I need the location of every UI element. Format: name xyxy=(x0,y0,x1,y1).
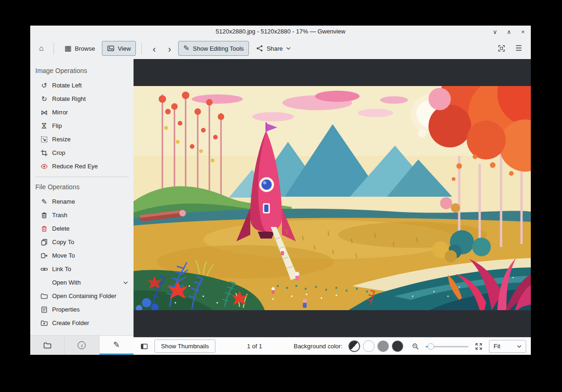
sidebar-item-rotate-right[interactable]: ↻ Rotate Right xyxy=(30,92,134,106)
zoom-fit-button[interactable] xyxy=(473,340,485,352)
sidebar-item-label: Mirror xyxy=(52,109,68,116)
bg-color-auto-swatch[interactable] xyxy=(348,340,360,352)
delete-icon xyxy=(40,225,48,233)
sidebar-item-label: Properties xyxy=(52,306,80,313)
zoom-slider-handle[interactable] xyxy=(428,343,434,350)
zoom-mode-select[interactable]: Fit xyxy=(489,340,526,353)
fit-image-button[interactable] xyxy=(494,41,509,56)
bg-color-gray-swatch[interactable] xyxy=(377,340,389,352)
sidebar-item-label: Delete xyxy=(52,225,70,232)
hamburger-icon: ☰ xyxy=(515,45,522,52)
chevron-down-icon xyxy=(286,47,291,50)
sidebar-item-label: Trash xyxy=(52,212,67,219)
maximize-button[interactable]: ∧ xyxy=(506,28,512,35)
sidebar-item-label: Rotate Right xyxy=(52,95,86,102)
browse-button[interactable]: ▦ Browse xyxy=(60,41,100,56)
forward-button[interactable]: › xyxy=(163,41,176,56)
show-editing-tools-label: Show Editing Tools xyxy=(193,45,244,52)
zoom-slider[interactable] xyxy=(426,342,468,351)
sidebar-item-open-with[interactable]: Open With xyxy=(30,276,134,289)
sidebar-item-label: Copy To xyxy=(52,239,74,246)
gwenview-window: 5120x2880.jpg - 5120x2880 - 17% — Gwenvi… xyxy=(30,26,531,355)
bg-color-light-swatch[interactable] xyxy=(363,340,375,352)
chevron-down-icon xyxy=(517,345,522,348)
info-icon: i xyxy=(78,341,86,349)
browse-label: Browse xyxy=(75,45,95,52)
sidebar-item-properties[interactable]: Properties xyxy=(30,303,134,316)
zoom-fit-icon xyxy=(475,343,482,350)
red-eye-icon xyxy=(40,163,48,170)
rename-icon: ✎ xyxy=(40,198,48,205)
sidebar-item-crop[interactable]: Crop xyxy=(30,146,134,159)
sidebar-tab-bar: i ✎ xyxy=(30,335,134,355)
tab-operations[interactable]: ✎ xyxy=(100,336,134,355)
share-icon xyxy=(256,45,263,52)
image-content-illustration xyxy=(134,86,531,310)
sidebar-item-label: Rotate Left xyxy=(52,82,82,89)
sidebar-item-delete[interactable]: Delete xyxy=(30,222,134,235)
main-toolbar: ⌂ ▦ Browse View ‹ › ✎ Show Editing Tools… xyxy=(30,38,531,59)
file-operations-header: File Operations xyxy=(30,179,134,195)
sidebar-item-label: Resize xyxy=(52,136,71,143)
sidebar-item-resize[interactable]: Resize xyxy=(30,133,134,146)
sidebar-item-trash[interactable]: Trash xyxy=(30,208,134,222)
share-label: Share xyxy=(267,45,283,52)
bg-color-dark-swatch[interactable] xyxy=(392,340,403,352)
sidebar-item-label: Crop xyxy=(52,149,65,156)
sidebar-item-label: Rename xyxy=(52,198,75,205)
move-icon xyxy=(40,252,48,259)
sidebar-item-label: Flip xyxy=(52,122,62,129)
window-content: Image Operations ↺ Rotate Left ↻ Rotate … xyxy=(30,59,531,355)
sidebar-item-label: Open Containing Folder xyxy=(52,292,116,299)
image-position-indicator: 1 of 1 xyxy=(247,343,262,350)
copy-icon xyxy=(40,239,48,246)
share-button[interactable]: Share xyxy=(251,41,296,56)
view-button[interactable]: View xyxy=(102,41,136,56)
close-button[interactable]: × xyxy=(520,28,526,35)
sidebar-item-rotate-left[interactable]: ↺ Rotate Left xyxy=(30,79,134,92)
sidebar-item-copy-to[interactable]: Copy To xyxy=(30,235,134,249)
edit-tab-icon: ✎ xyxy=(113,341,120,349)
fit-frame-icon xyxy=(498,45,505,52)
sidebar-item-rename[interactable]: ✎ Rename xyxy=(30,195,134,208)
back-button[interactable]: ‹ xyxy=(147,41,161,56)
home-button[interactable]: ⌂ xyxy=(35,41,48,56)
tab-folders[interactable] xyxy=(30,336,65,355)
tab-information[interactable]: i xyxy=(65,336,99,355)
toolbar-separator xyxy=(54,43,54,54)
zoom-out-button[interactable] xyxy=(409,340,422,352)
resize-icon xyxy=(40,136,48,143)
background-color-label: Background color: xyxy=(294,343,342,350)
rotate-left-icon: ↺ xyxy=(40,82,48,89)
crop-icon xyxy=(40,149,48,157)
sidebar-toggle-icon xyxy=(140,343,148,350)
image-canvas[interactable] xyxy=(134,59,531,337)
link-icon xyxy=(40,266,48,273)
sidebar-item-create-folder[interactable]: Create Folder xyxy=(30,316,134,330)
statusbar: Show Thumbnails 1 of 1 Background color: xyxy=(134,337,531,355)
sidebar-item-link-to[interactable]: Link To xyxy=(30,262,134,276)
sidebar-item-label: Create Folder xyxy=(52,319,89,326)
zoom-out-icon xyxy=(412,343,419,350)
sidebar-item-label: Link To xyxy=(52,266,71,272)
sidebar-item-open-containing-folder[interactable]: Open Containing Folder xyxy=(30,289,134,303)
sidebar-item-move-to[interactable]: Move To xyxy=(30,249,134,262)
titlebar[interactable]: 5120x2880.jpg - 5120x2880 - 17% — Gwenvi… xyxy=(30,26,531,38)
window-title: 5120x2880.jpg - 5120x2880 - 17% — Gwenvi… xyxy=(30,26,531,38)
create-folder-icon xyxy=(40,319,48,327)
sidebar-item-mirror[interactable]: ⋈ Mirror xyxy=(30,106,134,119)
properties-icon xyxy=(40,306,48,313)
sidebar-item-flip[interactable]: ⋈ Flip xyxy=(30,119,134,133)
sidebar-item-reduce-red-eye[interactable]: Reduce Red Eye xyxy=(30,159,134,173)
sidebar-item-label: Open With xyxy=(52,279,80,286)
home-icon: ⌂ xyxy=(39,45,44,52)
show-thumbnails-button[interactable]: Show Thumbnails xyxy=(154,339,215,353)
mirror-icon: ⋈ xyxy=(40,109,48,116)
flip-icon: ⋈ xyxy=(41,122,48,129)
minimize-button[interactable]: ∨ xyxy=(492,28,498,35)
show-thumbnails-label: Show Thumbnails xyxy=(161,343,209,350)
sidebar-toggle-button[interactable] xyxy=(138,340,150,352)
menu-button[interactable]: ☰ xyxy=(511,41,526,56)
show-editing-tools-button[interactable]: ✎ Show Editing Tools xyxy=(178,41,249,56)
view-icon xyxy=(107,45,114,52)
